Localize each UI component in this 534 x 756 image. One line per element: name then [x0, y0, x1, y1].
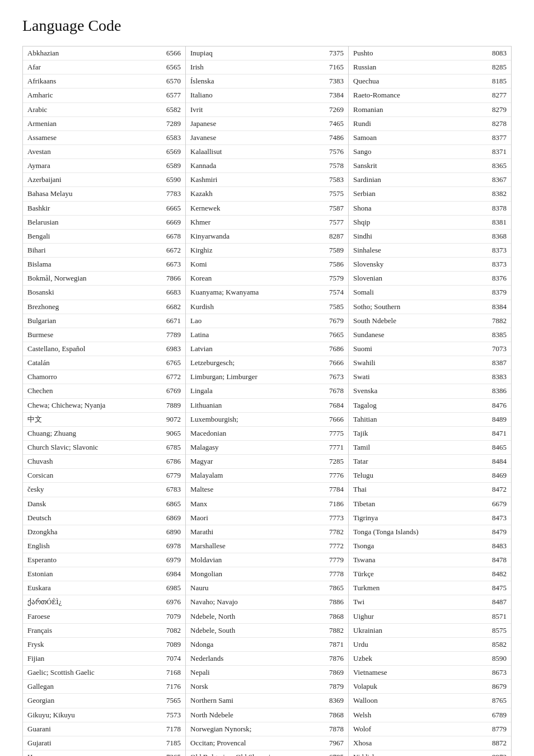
table-row: Malayalam7776: [186, 469, 348, 483]
language-code: 6785: [329, 752, 344, 756]
language-code: 7684: [329, 400, 344, 411]
language-code: 6865: [166, 498, 181, 510]
table-row: Kashmiri7583: [186, 173, 348, 187]
language-name: Volapuk: [353, 681, 492, 692]
table-row: Slovenian8376: [349, 272, 511, 286]
language-code: 8476: [492, 400, 507, 411]
language-code: 8973: [492, 752, 507, 756]
table-row: Bihari6672: [23, 244, 185, 258]
table-row: South Ndebele7882: [349, 314, 511, 328]
table-row: Ivrit7269: [186, 103, 348, 117]
table-row: Esperanto6979: [23, 553, 185, 567]
language-code: 6583: [166, 132, 181, 143]
language-code: 8465: [492, 442, 507, 453]
table-row: Ukrainian8575: [349, 624, 511, 638]
language-name: Norsk: [190, 681, 329, 692]
language-name: Chuvash: [27, 456, 166, 467]
language-name: Gikuyu; Kikuyu: [27, 710, 166, 721]
table-row: Samoan8377: [349, 131, 511, 145]
language-name: Gujarati: [27, 738, 166, 749]
table-row: Letzeburgesch;7666: [186, 356, 348, 370]
language-code: 7879: [329, 681, 344, 692]
table-row: Urdu8582: [349, 638, 511, 652]
language-name: Twi: [353, 596, 492, 608]
language-code: 6983: [166, 343, 181, 354]
language-code: 7789: [166, 329, 181, 340]
language-name: Kirghiz: [190, 245, 329, 256]
language-code: 8469: [492, 470, 507, 481]
language-name: Thai: [353, 484, 492, 495]
table-row: Maori7773: [186, 511, 348, 525]
language-code: 7585: [329, 301, 344, 312]
language-name: Sango: [353, 146, 492, 157]
language-code: 7165: [329, 62, 344, 73]
language-code: 7578: [329, 160, 344, 171]
language-name: Sindhi: [353, 231, 492, 242]
language-code: 8278: [492, 118, 507, 129]
language-name: Sinhalese: [353, 245, 492, 256]
language-name: Fijian: [27, 653, 166, 664]
table-row: Bosanski6683: [23, 286, 185, 300]
language-name: Azerbaijani: [27, 174, 166, 185]
language-code: 7776: [329, 470, 344, 481]
language-code: 8369: [329, 695, 344, 706]
table-row: Gujarati7185: [23, 736, 185, 750]
language-name: Ndebele, North: [190, 611, 329, 622]
table-row: Uzbek8590: [349, 652, 511, 666]
language-name: Sardinian: [353, 174, 492, 185]
language-code: 8575: [492, 625, 507, 636]
table-row: Komi7586: [186, 258, 348, 272]
table-row: Ndebele, South7882: [186, 624, 348, 638]
table-row: Tigrinya8473: [349, 511, 511, 525]
language-name: Latina: [190, 329, 329, 340]
language-name: Kashmiri: [190, 174, 329, 185]
column-1: Inupiaq7375Irish7165Íslenska7383Italiano…: [186, 46, 349, 756]
table-row: Burmese7789: [23, 328, 185, 342]
language-code: 8872: [492, 738, 507, 749]
language-name: Kazakh: [190, 188, 329, 199]
language-code: 7565: [166, 695, 181, 706]
table-row: Malagasy7771: [186, 441, 348, 455]
table-row: Euskara6985: [23, 581, 185, 595]
table-row: Welsh6789: [349, 708, 511, 722]
language-code: 6570: [166, 76, 181, 87]
table-row: Nauru7865: [186, 581, 348, 595]
table-row: Sanskrit8365: [349, 159, 511, 173]
language-code: 7586: [329, 259, 344, 270]
language-code: 6566: [166, 48, 181, 59]
language-name: Malagasy: [190, 442, 329, 453]
table-row: Magyar7285: [186, 455, 348, 469]
language-name: Tagalog: [353, 400, 492, 411]
table-row: Gallegan7176: [23, 680, 185, 694]
language-code: 7573: [166, 710, 181, 721]
language-code: 7178: [166, 724, 181, 735]
language-name: Kinyarwanda: [190, 231, 329, 242]
language-name: Chamorro: [27, 371, 166, 382]
language-name: Hausa: [27, 752, 166, 756]
language-code: 7773: [329, 512, 344, 524]
table-row: Suomi7073: [349, 342, 511, 356]
language-name: North Ndebele: [190, 710, 329, 721]
language-name: Aymara: [27, 160, 166, 171]
language-code: 8571: [492, 611, 507, 622]
language-code: 8378: [492, 203, 507, 214]
language-name: Welsh: [353, 710, 492, 721]
language-name: Nauru: [190, 582, 329, 594]
table-row: Quechua8185: [349, 74, 511, 88]
language-name: Arabic: [27, 104, 166, 115]
language-code: 7577: [329, 217, 344, 228]
table-row: Brezhoneg6682: [23, 300, 185, 314]
table-row: Irish7165: [186, 60, 348, 74]
language-code: 7089: [166, 639, 181, 650]
language-code: 7383: [329, 76, 344, 87]
language-name: Marshallese: [190, 540, 329, 552]
language-name: Amharic: [27, 90, 166, 101]
language-name: Korean: [190, 273, 329, 284]
table-row: Français7082: [23, 624, 185, 638]
table-row: Svenska8386: [349, 384, 511, 398]
table-row: Manx7186: [186, 497, 348, 511]
table-row: Chewa; Chichewa; Nyanja7889: [23, 399, 185, 413]
table-row: Abkhazian6566: [23, 46, 185, 60]
table-row: Avestan6569: [23, 145, 185, 159]
language-code: 7186: [329, 498, 344, 510]
